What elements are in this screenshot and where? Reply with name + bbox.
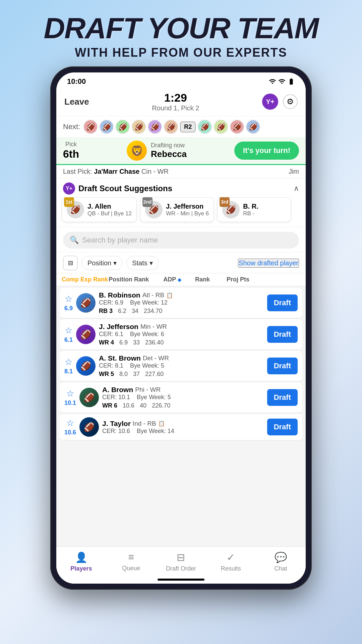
scout-card-1[interactable]: 1st 🏈 J. Allen QB - Buf | Bye 12 xyxy=(62,197,137,222)
show-drafted-button[interactable]: Show drafted player xyxy=(238,259,299,268)
star-icon-4[interactable]: ☆ xyxy=(66,418,74,428)
stats-filter-button[interactable]: Stats ▾ xyxy=(126,256,159,270)
position-filter-button[interactable]: Position ▾ xyxy=(82,256,122,270)
scout-player-1-pos: QB - Buf | Bye 12 xyxy=(87,210,132,217)
draft-button-3[interactable]: Draft xyxy=(267,389,298,406)
scout-card-2[interactable]: 2nd 🏈 J. Jefferson WR - Min | Bye 6 xyxy=(140,197,214,222)
p-note-icon-0: 📋 xyxy=(166,292,173,299)
scout-player-2-name: J. Jefferson xyxy=(166,203,209,210)
p-team-1: Min - WR xyxy=(140,323,167,330)
star-icon-0[interactable]: ☆ xyxy=(65,294,72,304)
p-rank-val-1: 33 xyxy=(133,339,140,346)
leave-button[interactable]: Leave xyxy=(64,97,89,107)
col-proj-pts: Proj Pts xyxy=(216,276,249,283)
helmet-row: 🏈 🏈 🏈 🏈 🏈 🏈 R2 🏈 🏈 🏈 🏈 xyxy=(83,120,260,134)
picking-now-bar: Pick 6th 🦁 Drafting now Rebecca It's you… xyxy=(56,137,306,165)
nav-item-queue[interactable]: ≡ Queue xyxy=(106,551,156,572)
scout-collapse-icon[interactable]: ∧ xyxy=(294,184,299,193)
search-placeholder: Search by player name xyxy=(82,236,158,245)
page-title: DRAFT YOUR TEAM xyxy=(20,13,342,43)
last-pick-bar: Last Pick: Ja'Marr Chase Cin - WR Jim xyxy=(56,165,306,178)
header-center: 1:29 Round 1, Pick 2 xyxy=(152,91,199,112)
rank-badge-3: 3rd xyxy=(220,197,230,207)
draft-button-0[interactable]: Draft xyxy=(267,294,298,311)
helmet-2: 🏈 xyxy=(100,120,114,134)
scout-player-1-info: J. Allen QB - Buf | Bye 12 xyxy=(87,203,132,217)
p-cer-3: CER: 10.1 Bye Week: 5 xyxy=(102,394,264,401)
p-pos-rank-0: RB 3 xyxy=(99,308,113,315)
cer-4: 10.6 xyxy=(64,429,76,436)
star-icon-2[interactable]: ☆ xyxy=(65,357,72,367)
yplus-icon[interactable]: Y+ xyxy=(262,94,278,110)
scout-player-1-name: J. Allen xyxy=(87,203,132,210)
draft-button-1[interactable]: Draft xyxy=(267,326,298,343)
search-box[interactable]: 🔍 Search by player name xyxy=(63,232,299,249)
player-info-1: J. Jefferson Min - WR CER: 6.1 Bye Week:… xyxy=(99,323,264,346)
p-team-2: Det - WR xyxy=(143,355,169,362)
pick-num: 6th xyxy=(63,148,79,160)
your-turn-button[interactable]: It's your turn! xyxy=(234,142,299,160)
player-avatar-3: 🏈 xyxy=(79,388,99,407)
nav-item-chat[interactable]: 💬 Chat xyxy=(256,551,306,572)
round-info: Round 1, Pick 2 xyxy=(152,104,199,112)
scout-cards: 1st 🏈 J. Allen QB - Buf | Bye 12 2nd 🏈 J… xyxy=(56,197,306,227)
player-info-4: J. Taylor Ind - RB 📋 CER: 10.6 Bye Week:… xyxy=(102,420,264,435)
player-info-0: B. Robinson Atl - RB 📋 CER: 6.9 Bye Week… xyxy=(99,291,264,315)
draft-order-nav-icon: ⊟ xyxy=(177,551,185,563)
status-bar: 10:00 xyxy=(56,72,306,88)
scout-title-row: Y+ Draft Scout Suggestions xyxy=(63,182,172,195)
p-name-line-4: J. Taylor Ind - RB 📋 xyxy=(102,420,264,428)
next-picks-bar: Next: 🏈 🏈 🏈 🏈 🏈 🏈 R2 🏈 🏈 🏈 🏈 xyxy=(56,116,306,137)
page-subtitle: WITH HELP FROM OUR EXPERTS xyxy=(20,46,342,60)
p-rank-val-3: 40 xyxy=(140,402,146,409)
next-label: Next: xyxy=(63,122,80,131)
p-pts-val-3: 226.70 xyxy=(152,402,170,409)
scout-player-3-info: B. R. RB - xyxy=(243,203,258,217)
helmet-4: 🏈 xyxy=(132,120,146,134)
p-cer-1: CER: 6.1 Bye Week: 6 xyxy=(99,331,264,338)
nav-item-results[interactable]: ✓ Results xyxy=(206,551,256,572)
battery-icon xyxy=(288,78,295,85)
star-col-1: ☆ 6.1 xyxy=(64,325,73,343)
p-note-icon-4: 📋 xyxy=(158,420,165,427)
star-icon-1[interactable]: ☆ xyxy=(65,325,72,336)
rank-badge-2: 2nd xyxy=(142,197,153,207)
settings-icon[interactable]: ⚙ xyxy=(283,94,298,109)
helmet-6: 🏈 xyxy=(164,120,178,134)
player-row: ☆ 10.6 🏈 J. Taylor Ind - RB 📋 CER: 10.6 … xyxy=(60,414,302,440)
helmet-5: 🏈 xyxy=(148,120,162,134)
p-pts-val-1: 236.40 xyxy=(145,339,164,346)
nav-item-draft-order[interactable]: ⊟ Draft Order xyxy=(156,551,206,572)
draft-button-2[interactable]: Draft xyxy=(267,358,298,374)
player-avatar-4: 🏈 xyxy=(79,417,99,437)
helmet-8: 🏈 xyxy=(214,120,228,134)
players-nav-label: Players xyxy=(70,565,92,572)
star-icon-3[interactable]: ☆ xyxy=(66,388,74,399)
queue-nav-icon: ≡ xyxy=(128,551,134,563)
picker-avatar: 🦁 xyxy=(127,141,147,161)
p-name-line-0: B. Robinson Atl - RB 📋 xyxy=(99,291,264,299)
chat-nav-icon: 💬 xyxy=(275,551,287,563)
phone-device: 10:00 Leave 1:29 Round 1, Pick 2 Y+ ⚙ Ne… xyxy=(50,66,312,590)
helmet-3: 🏈 xyxy=(116,120,130,134)
table-header: Comp Exp Rank Position Rank ADP ◆ Rank P… xyxy=(56,273,306,286)
player-avatar-2: 🏈 xyxy=(76,356,96,376)
player-row: ☆ 6.1 🏈 J. Jefferson Min - WR CER: 6.1 B… xyxy=(60,319,302,350)
draft-button-4[interactable]: Draft xyxy=(267,419,298,435)
draft-order-nav-label: Draft Order xyxy=(166,565,196,572)
p-rank-val-0: 34 xyxy=(132,308,138,315)
col-adp: ADP ◆ xyxy=(156,276,189,283)
results-nav-icon: ✓ xyxy=(227,551,235,563)
player-info-3: A. Brown Phi - WR CER: 10.1 Bye Week: 5 … xyxy=(102,386,264,409)
nav-item-players[interactable]: 👤 Players xyxy=(56,551,106,572)
picker-info: 🦁 Drafting now Rebecca xyxy=(127,141,187,161)
filter-icon-button[interactable]: ⊟ xyxy=(63,256,78,270)
p-cer-2: CER: 8.1 Bye Week: 5 xyxy=(99,362,264,369)
picker-text: Drafting now Rebecca xyxy=(151,142,187,159)
star-col-3: ☆ 10.1 xyxy=(64,388,76,407)
p-team-3: Phi - WR xyxy=(135,386,161,393)
p-name-line-2: A. St. Brown Det - WR xyxy=(99,354,264,362)
scout-yplus-icon: Y+ xyxy=(63,182,75,195)
scout-card-3[interactable]: 3rd 🏈 B. R. RB - xyxy=(217,197,291,222)
p-name-line-1: J. Jefferson Min - WR xyxy=(99,323,264,331)
